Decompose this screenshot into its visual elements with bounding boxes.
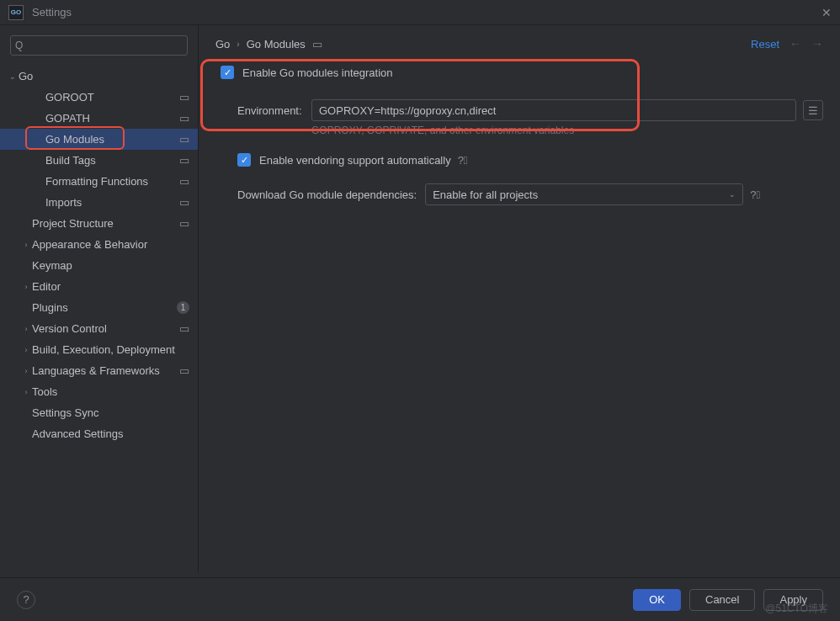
module-scope-icon: ▭ [312,38,322,50]
tree-item-label: Go [19,70,189,82]
tree-item[interactable]: GOROOT▭ [0,87,198,108]
module-scope-icon: ▭ [179,154,189,167]
tree-item[interactable]: Build Tags▭ [0,150,198,171]
help-icon[interactable]: ?⃝ [458,154,468,167]
module-scope-icon: ▭ [179,217,189,230]
tree-item-label: Languages & Frameworks [32,364,179,377]
tree-item[interactable]: Advanced Settings [0,423,198,444]
count-badge: 1 [177,301,189,314]
chevron-right-icon: › [237,40,239,49]
close-icon[interactable]: ✕ [821,6,832,19]
watermark: @51CTO博客 [765,602,828,616]
module-scope-icon: ▭ [179,364,189,377]
tree-item-label: GOROOT [45,91,179,104]
tree-item-label: Tools [32,385,189,398]
tree-item-label: Keymap [32,259,189,272]
breadcrumb: Go › Go Modules ▭ Reset ← → [215,37,823,50]
tree-item-label: Appearance & Behavior [32,238,189,251]
ok-button[interactable]: OK [633,589,681,611]
settings-tree: ⌄GoGOROOT▭GOPATH▭Go Modules▭Build Tags▭F… [0,62,198,572]
tree-item-label: Formatting Functions [45,175,179,188]
tree-item-label: Editor [32,280,189,293]
tree-item[interactable]: GOPATH▭ [0,108,198,129]
module-scope-icon: ▭ [179,133,189,146]
chevron-down-icon: ⌄ [7,72,19,81]
module-scope-icon: ▭ [179,196,189,209]
cancel-button[interactable]: Cancel [689,589,755,611]
titlebar: GO Settings ✕ [0,0,840,25]
chevron-right-icon: › [20,241,32,249]
expand-environment-icon[interactable]: ☰ [803,100,823,120]
tree-item[interactable]: ›Editor [0,276,198,297]
tree-item[interactable]: Project Structure▭ [0,213,198,234]
breadcrumb-current: Go Modules [247,38,306,50]
module-scope-icon: ▭ [179,322,189,335]
tree-item[interactable]: ⌄Go [0,66,198,87]
app-icon: GO [8,5,24,20]
tree-item-label: Go Modules [45,133,179,146]
tree-item-label: Version Control [32,322,179,335]
tree-item[interactable]: ›Appearance & Behavior [0,234,198,255]
module-scope-icon: ▭ [179,91,189,104]
tree-item[interactable]: ›Languages & Frameworks▭ [0,360,198,381]
tree-item-label: Advanced Settings [32,427,189,440]
tree-item[interactable]: ›Build, Execution, Deployment [0,339,198,360]
download-label: Download Go module dependencies: [237,188,417,201]
tree-item-label: Settings Sync [32,406,189,419]
tree-item-label: Build, Execution, Deployment [32,343,189,356]
tree-item[interactable]: Keymap [0,255,198,276]
reset-link[interactable]: Reset [751,38,779,50]
module-scope-icon: ▭ [179,175,189,188]
tree-item[interactable]: Settings Sync [0,402,198,423]
breadcrumb-root[interactable]: Go [215,38,230,50]
module-scope-icon: ▭ [179,112,189,125]
footer: ? OK Cancel Apply [0,577,840,621]
chevron-down-icon: ⌄ [729,190,736,199]
tree-item-label: Project Structure [32,217,179,230]
tree-item[interactable]: Imports▭ [0,192,198,213]
forward-icon[interactable]: → [811,37,823,50]
back-icon[interactable]: ← [789,37,801,50]
tree-item-label: Plugins [32,301,173,314]
help-icon[interactable]: ?⃝ [750,188,760,201]
tree-item[interactable]: Go Modules▭ [0,129,198,150]
content-panel: Go › Go Modules ▭ Reset ← → ✓ Enable Go … [199,25,840,572]
chevron-right-icon: › [20,346,32,354]
vendoring-label[interactable]: Enable vendoring support automatically [259,154,451,167]
download-select-value: Enable for all projects [433,188,538,201]
chevron-right-icon: › [20,325,32,333]
vendoring-checkbox[interactable]: ✓ [237,153,251,167]
tree-item[interactable]: ›Tools [0,381,198,402]
chevron-right-icon: › [20,388,32,396]
chevron-right-icon: › [20,367,32,375]
tree-item[interactable]: ›Version Control▭ [0,318,198,339]
enable-modules-label[interactable]: Enable Go modules integration [242,66,393,79]
enable-modules-checkbox[interactable]: ✓ [221,66,234,79]
search-icon: Q [15,40,23,51]
tree-item-label: Imports [45,196,179,209]
search-input[interactable] [10,35,188,56]
footer-help-icon[interactable]: ? [17,591,35,609]
environment-label: Environment: [237,104,311,117]
tree-item-label: GOPATH [45,112,179,125]
sidebar: Q ⌄GoGOROOT▭GOPATH▭Go Modules▭Build Tags… [0,25,199,572]
window-title: Settings [32,6,72,19]
environment-input[interactable] [311,99,796,121]
chevron-right-icon: › [20,283,32,291]
tree-item[interactable]: Plugins1 [0,297,198,318]
tree-item-label: Build Tags [45,154,179,167]
environment-hint: GOPROXY, GOPRIVATE, and other environmen… [311,125,823,136]
download-select[interactable]: Enable for all projects ⌄ [425,183,743,205]
tree-item[interactable]: Formatting Functions▭ [0,171,198,192]
